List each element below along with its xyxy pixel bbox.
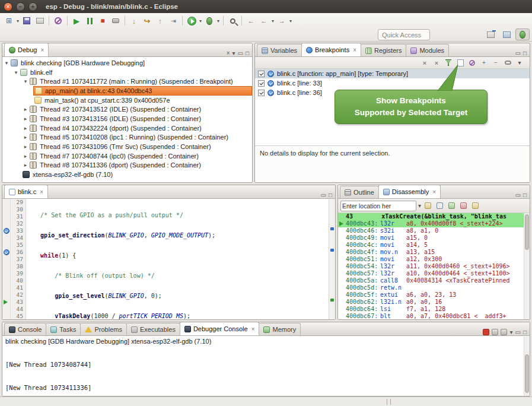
tree-item-elf[interactable]: ▾ blink.elf [2, 68, 252, 77]
window-minimize-button[interactable]: − [16, 2, 25, 11]
forward-button[interactable]: → [275, 15, 288, 27]
disassembly-row[interactable]: 400dbc46:s32ia8, a1, 0 [338, 227, 530, 234]
tree-item-thread4[interactable]: ▸ Thread #4 1073432224 (dport) (Suspende… [2, 123, 252, 133]
tree-item-thread3[interactable]: ▸ Thread #3 1073413156 (IDLE) (Suspended… [2, 114, 252, 123]
print-button[interactable] [33, 15, 46, 27]
breakpoint-checkbox[interactable] [258, 80, 265, 87]
collapse-arrow-icon[interactable]: ▸ [21, 162, 30, 168]
terminate-console-icon[interactable] [483, 329, 489, 335]
breakpoint-overview-mark[interactable] [330, 249, 334, 252]
close-icon[interactable]: × [432, 189, 436, 195]
disassembly-row[interactable]: 400dbc5d:retw.n [338, 284, 530, 291]
step-into-button[interactable]: ↓ [128, 15, 141, 27]
location-dropdown-icon[interactable]: ▾ [418, 202, 421, 209]
close-icon[interactable]: × [353, 47, 356, 53]
save-button[interactable] [20, 15, 33, 27]
tab-debug[interactable]: Debug × [4, 43, 49, 56]
breakpoint-row[interactable]: blink.c [line: 33] [255, 78, 530, 88]
maximize-icon[interactable]: □ [246, 50, 249, 56]
back-button[interactable]: ← [257, 15, 270, 27]
skip-all-breakpoints-button-view[interactable] [467, 58, 477, 68]
minimize-icon[interactable]: ▭ [515, 192, 521, 198]
expand-arrow-icon[interactable]: ▾ [21, 78, 30, 84]
tab-registers[interactable]: Registers [361, 44, 406, 56]
tab-executables[interactable]: Executables [126, 323, 180, 335]
tree-item-thread7[interactable]: ▸ Thread #7 1073408744 (ipc0) (Suspended… [2, 151, 252, 161]
tab-breakpoints[interactable]: Breakpoints × [301, 43, 361, 56]
run-button[interactable] [185, 15, 198, 27]
close-icon[interactable]: × [40, 189, 43, 195]
track-expression-button[interactable] [458, 201, 469, 211]
refresh-button[interactable] [435, 201, 445, 211]
remove-launch-icon[interactable] [492, 329, 498, 335]
breakpoint-marker-icon[interactable] [4, 228, 9, 234]
disassembly-row[interactable]: 400dbc5f:extuia6, a0, 23, 13 [338, 291, 530, 299]
link-with-debug-button[interactable] [502, 58, 513, 68]
run-dropdown-icon[interactable]: ▾ [198, 18, 203, 24]
disassembly-row[interactable]: 400dbc54:l32ra11, 0x400d0460 <_stext+109… [338, 263, 530, 270]
suspend-button[interactable] [83, 15, 96, 27]
step-return-button[interactable]: ↑ [154, 15, 167, 27]
collapse-arrow-icon[interactable]: ▸ [21, 116, 30, 122]
new-button[interactable]: ⊞ [2, 15, 15, 27]
disassembly-row[interactable]: 400dbc64:lsif7, a1, 128 [338, 306, 530, 313]
minimize-icon[interactable]: ▭ [515, 329, 521, 335]
last-edit-location-button[interactable]: ← [244, 15, 257, 27]
disassembly-row[interactable]: 400dbc51:movia12, 0x300 [338, 256, 530, 263]
display-selected-console-icon[interactable]: ▾ [509, 329, 512, 335]
tab-debugger-console[interactable]: Debugger Console × [180, 322, 260, 335]
terminate-button[interactable]: ■ [96, 15, 109, 27]
java-perspective-button[interactable] [499, 28, 514, 40]
breakpoint-marker-icon[interactable] [4, 249, 9, 255]
current-line-overview-mark[interactable] [330, 299, 334, 302]
tree-item-launch[interactable]: ▾ blink checking [GDB Hardware Debugging… [2, 58, 252, 68]
tab-disassembly[interactable]: Disassembly × [378, 185, 441, 198]
collapse-arrow-icon[interactable]: ▸ [21, 134, 30, 140]
collapse-arrow-icon[interactable]: ▸ [21, 125, 30, 131]
breakpoint-overview-mark[interactable] [330, 227, 334, 230]
tab-outline[interactable]: Outline [340, 186, 379, 198]
minimize-icon[interactable]: ▭ [515, 50, 521, 56]
breakpoint-checkbox[interactable] [258, 71, 265, 77]
sync-button[interactable] [470, 201, 480, 211]
tree-item-gdb[interactable]: xtensa-esp32-elf-gdb (7.10) [2, 170, 252, 179]
disassembly-row[interactable]: 400dbc62:l32i.na0, a0, 16 [338, 299, 530, 306]
close-icon[interactable]: × [251, 326, 255, 332]
collapse-all-button[interactable]: − [490, 58, 501, 68]
selected-stack-frame[interactable]: app_main() at blink.c:43 0x400dbc43 [33, 86, 252, 96]
tab-tasks[interactable]: Tasks [46, 323, 81, 335]
remove-all-terminated-icon[interactable]: × [227, 50, 230, 56]
maximize-icon[interactable]: □ [523, 329, 527, 335]
tab-memory[interactable]: Memory [259, 323, 301, 335]
view-menu-icon[interactable]: ▾ [232, 50, 235, 56]
minimize-icon[interactable]: ▭ [321, 192, 326, 198]
debug-perspective-button[interactable] [515, 28, 530, 40]
disassembly-scrollbar[interactable] [524, 213, 530, 319]
tab-variables[interactable]: Variables [257, 44, 302, 56]
maximize-icon[interactable]: □ [329, 192, 332, 198]
tab-blink-c[interactable]: blink.c × [4, 185, 48, 198]
quick-access-button[interactable]: Quick Access [378, 29, 430, 40]
code-area[interactable]: /* Set the GPIO as a push/pull output */… [26, 199, 329, 319]
collapse-arrow-icon[interactable]: ▸ [21, 106, 30, 112]
close-icon[interactable]: × [40, 47, 44, 53]
maximize-icon[interactable]: □ [523, 50, 527, 56]
search-button[interactable] [226, 15, 239, 27]
editor-body[interactable]: 2930 3132 3334 3536 3738 3940 4142 4344 … [2, 199, 335, 319]
tree-item-frame-app-main[interactable]: app_main() at blink.c:43 0x400dbc43 [2, 86, 252, 96]
tree-item-thread2[interactable]: ▸ Thread #2 1073413512 (IDLE) (Suspended… [2, 104, 252, 114]
view-menu-button[interactable]: ▾ [514, 58, 525, 68]
breakpoint-checkbox[interactable] [258, 90, 265, 96]
maximize-icon[interactable]: □ [523, 192, 527, 198]
minimize-icon[interactable]: ▭ [238, 50, 243, 56]
debug-dropdown-icon[interactable]: ▾ [216, 18, 221, 24]
disconnect-button[interactable] [109, 15, 122, 27]
tree-item-thread6[interactable]: ▸ Thread #6 1073431096 (Tmr Svc) (Suspen… [2, 142, 252, 151]
tab-console[interactable]: Console [4, 323, 46, 335]
step-over-button[interactable]: ↪ [141, 15, 154, 27]
console-output[interactable]: [New Thread 1073408744] [New Thread 1073… [2, 345, 530, 397]
disassembly-row[interactable]: 400dbc5a:call80x40084314 <xTaskCreatePin… [338, 277, 530, 284]
home-button[interactable] [423, 201, 433, 211]
disassembly-row[interactable]: 400dbc67:blta0, a7, 0x400dbc81 <__addf3+ [338, 313, 530, 319]
tree-item-frame-main-task[interactable]: main_task() at cpu_start.c:339 0x400d057… [2, 96, 252, 105]
